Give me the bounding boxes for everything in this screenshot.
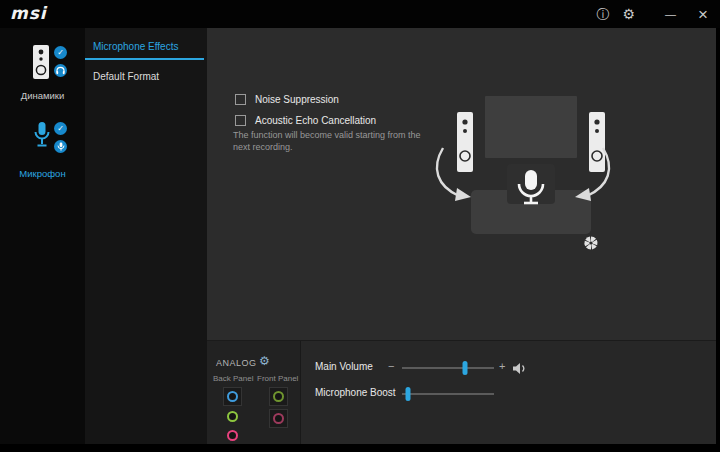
analog-section: ANALOG ⚙ Back Panel Front Panel xyxy=(207,341,301,445)
msi-logo: msi xyxy=(10,3,47,23)
main-volume-row: Main Volume − + xyxy=(315,359,545,377)
titlebar: msi ⓘ ⚙ — × xyxy=(0,0,720,28)
info-icon[interactable]: ⓘ xyxy=(597,8,610,21)
settings-gear-icon[interactable]: ⚙ xyxy=(623,7,636,21)
back-panel-jack-pink[interactable] xyxy=(227,430,238,441)
volume-minus-button[interactable]: − xyxy=(388,360,394,372)
noise-suppression-checkbox[interactable] xyxy=(235,94,246,105)
sidebar-item-speakers[interactable]: ✓ Динамики xyxy=(0,42,85,118)
speaker-volume-icon[interactable] xyxy=(512,361,528,379)
speakers-headphones-badge xyxy=(54,64,67,77)
speakers-icon xyxy=(30,44,52,84)
recording-hint-text: The function will become valid starting … xyxy=(233,129,438,153)
window-right-edge xyxy=(716,28,720,444)
sidebar-item-label: Микрофон xyxy=(0,168,85,179)
main-volume-slider-track[interactable] xyxy=(402,367,494,369)
microphone-mini-badge xyxy=(54,140,67,153)
back-panel-label: Back Panel xyxy=(213,374,253,383)
tab-column: Microphone Effects Default Format xyxy=(85,28,207,444)
microphone-boost-row: Microphone Boost xyxy=(315,385,545,403)
speaker-setup-illustration xyxy=(413,90,633,270)
analog-label: ANALOG xyxy=(216,358,257,368)
jack-ring xyxy=(273,413,284,424)
microphone-icon xyxy=(32,120,52,156)
main-volume-slider-handle[interactable] xyxy=(462,361,467,375)
sidebar-item-microphone[interactable]: ✓ Микрофон xyxy=(0,116,85,192)
close-icon[interactable]: × xyxy=(698,6,708,23)
microphone-boost-label: Microphone Boost xyxy=(315,387,396,398)
active-tab-underline xyxy=(85,58,204,60)
acoustic-echo-cancellation-option[interactable]: Acoustic Echo Cancellation xyxy=(235,115,376,126)
volume-plus-button[interactable]: + xyxy=(499,360,505,372)
tab-default-format[interactable]: Default Format xyxy=(93,71,159,82)
option-label: Acoustic Echo Cancellation xyxy=(255,115,376,126)
main-content: Noise Suppression Acoustic Echo Cancella… xyxy=(207,28,716,340)
front-panel-jack-green[interactable] xyxy=(269,387,288,406)
back-panel-jack-green[interactable] xyxy=(227,411,238,422)
option-label: Noise Suppression xyxy=(255,94,339,105)
analog-settings-gear-icon[interactable]: ⚙ xyxy=(259,354,270,368)
minimize-icon[interactable]: — xyxy=(665,9,676,20)
device-sidebar: ✓ Динамики ✓ xyxy=(0,28,85,444)
noise-suppression-option[interactable]: Noise Suppression xyxy=(235,94,339,105)
back-panel-jack-blue[interactable] xyxy=(223,387,242,406)
acoustic-echo-cancellation-checkbox[interactable] xyxy=(235,115,246,126)
front-panel-label: Front Panel xyxy=(257,374,298,383)
sidebar-item-label: Динамики xyxy=(0,90,85,101)
bottom-panel: ANALOG ⚙ Back Panel Front Panel Main Vol… xyxy=(207,340,716,444)
tab-microphone-effects[interactable]: Microphone Effects xyxy=(93,41,178,52)
main-volume-label: Main Volume xyxy=(315,361,373,372)
titlebar-icons: ⓘ ⚙ — × xyxy=(597,0,709,28)
window-bottom-edge xyxy=(0,444,720,452)
jack-ring xyxy=(227,391,238,402)
microphone-check-badge: ✓ xyxy=(54,122,67,135)
microphone-boost-slider-track[interactable] xyxy=(402,393,494,395)
front-panel-jack-pink[interactable] xyxy=(269,409,288,428)
fan-spinner-icon[interactable] xyxy=(583,235,599,255)
jack-ring xyxy=(273,391,284,402)
audio-console-window: msi ⓘ ⚙ — × ✓ xyxy=(0,0,720,452)
speakers-check-badge: ✓ xyxy=(54,46,67,59)
microphone-boost-slider-handle[interactable] xyxy=(405,387,410,401)
